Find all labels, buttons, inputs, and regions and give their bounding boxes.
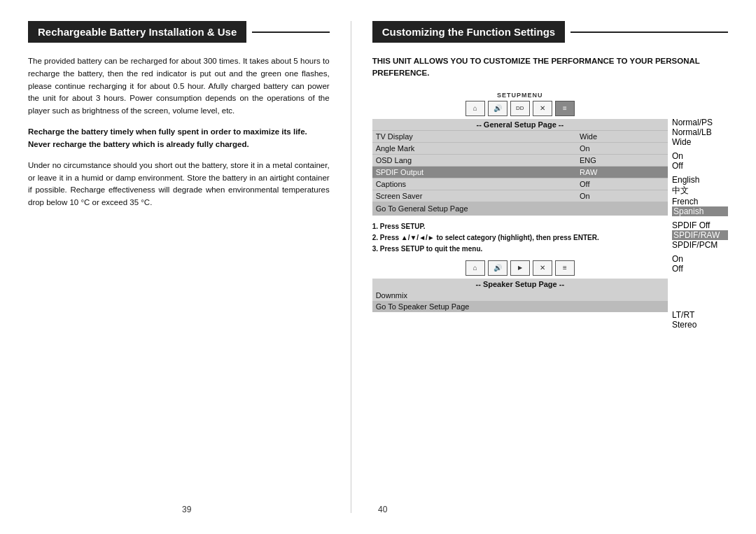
- speaker-setup-header: -- Speaker Setup Page --: [372, 279, 668, 290]
- left-section-title: Rechargeable Battery Installation & Use: [28, 21, 246, 43]
- callout-on-1: On: [672, 151, 728, 161]
- left-para-1: The provided battery can be recharged fo…: [28, 55, 330, 118]
- speaker-setup-table: -- Speaker Setup Page -- Downmix Go To S…: [372, 279, 668, 312]
- center-panels: SETUPMENU ⌂ 🔊 DD ✕ ≡ -- General Setup Pa…: [372, 90, 668, 337]
- left-para-2: Under no circumstance should you short o…: [28, 160, 330, 209]
- step1: 1. Press SETUP.: [372, 221, 668, 232]
- general-setup-table: -- General Setup Page -- TV Display Wide…: [372, 119, 668, 216]
- icon-bottom-video: ▶: [510, 260, 530, 276]
- icon-audio: 🔊: [488, 101, 507, 116]
- top-icon-row: ⌂ 🔊 DD ✕ ≡: [372, 101, 668, 116]
- icon-bottom-home: ⌂: [465, 260, 485, 276]
- setupmenu-label: SETUPMENU: [497, 92, 543, 99]
- right-callouts: Normal/PS Normal/LB Wide On Off English …: [672, 90, 728, 337]
- callout-spdif-off: SPDIF Off: [672, 220, 728, 230]
- go-to-general-label: Go To General Setup Page: [372, 202, 668, 215]
- icon-bottom-x: ✕: [533, 260, 552, 276]
- step3: 3. Press SETUP to quit the menu.: [372, 244, 668, 255]
- row-tv-display-value: Wide: [576, 130, 668, 142]
- icon-x: ✕: [533, 101, 552, 116]
- icon-settings-selected: ≡: [555, 101, 575, 116]
- callout-ltrt: LT/RT: [672, 310, 728, 320]
- callout-chinese: 中文: [672, 185, 728, 197]
- left-bold-1: Recharge the battery timely when fully s…: [28, 126, 330, 139]
- callout-spdif-raw: SPDIF/RAW: [672, 230, 728, 240]
- row-angle-mark: Angle Mark On: [372, 142, 668, 154]
- icon-home: ⌂: [465, 101, 485, 116]
- left-title-line: [252, 31, 329, 33]
- icon-dolby: DD: [510, 101, 530, 116]
- row-screen-saver: Screen Saver On: [372, 190, 668, 202]
- row-spdif: SPDIF Output RAW: [372, 166, 668, 178]
- row-captions-value: Off: [576, 178, 668, 190]
- left-bold-text-1: Recharge the battery timely when fully s…: [28, 127, 307, 136]
- callout-spdif-pcm: SPDIF/PCM: [672, 240, 728, 250]
- callout-on-off-1: On Off: [672, 151, 728, 171]
- page-number-right: 40: [378, 505, 387, 514]
- go-to-speaker: Go To Speaker Setup Page: [372, 301, 668, 312]
- row-spdif-label: SPDIF Output: [372, 166, 576, 178]
- left-bold-text-2: Never recharge the battery which is alre…: [28, 140, 249, 148]
- go-to-general: Go To General Setup Page: [372, 202, 668, 215]
- callout-spdif: SPDIF Off SPDIF/RAW SPDIF/PCM: [672, 220, 728, 250]
- intro-text: THIS UNIT ALLOWS YOU TO CUSTOMIZE THE PE…: [372, 55, 728, 80]
- dvd-interface-area: SETUPMENU ⌂ 🔊 DD ✕ ≡ -- General Setup Pa…: [372, 90, 728, 337]
- row-downmix: Downmix: [372, 290, 668, 301]
- callout-normal-lb: Normal/LB: [672, 127, 728, 137]
- row-captions-label: Captions: [372, 178, 576, 190]
- callout-off-1: Off: [672, 161, 728, 171]
- row-screen-saver-label: Screen Saver: [372, 190, 576, 202]
- callout-tv-display: Normal/PS Normal/LB Wide: [672, 118, 728, 147]
- row-angle-mark-label: Angle Mark: [372, 142, 576, 154]
- right-title-wrapper: Customizing the Function Settings: [372, 21, 728, 43]
- row-downmix-value: [622, 290, 668, 301]
- right-column: Customizing the Function Settings THIS U…: [351, 21, 728, 513]
- step2: 2. Press ▲/▼/◄/► to select category (hig…: [372, 232, 668, 244]
- callout-osd-lang: English 中文 French Spanish: [672, 175, 728, 216]
- setupmenu-label-wrap: SETUPMENU: [372, 90, 668, 99]
- instructions: 1. Press SETUP. 2. Press ▲/▼/◄/► to sele…: [372, 221, 668, 255]
- go-to-speaker-label: Go To Speaker Setup Page: [372, 301, 668, 312]
- row-spdif-value: RAW: [576, 166, 668, 178]
- callout-on-off-2: On Off: [672, 254, 728, 274]
- row-tv-display: TV Display Wide: [372, 130, 668, 142]
- callout-normal-ps: Normal/PS: [672, 118, 728, 127]
- right-section-title: Customizing the Function Settings: [372, 21, 566, 43]
- callout-french: French: [672, 197, 728, 206]
- icon-bottom-audio: 🔊: [488, 260, 507, 276]
- left-bold-2: Never recharge the battery which is alre…: [28, 139, 330, 151]
- row-screen-saver-value: On: [576, 190, 668, 202]
- left-column: Rechargeable Battery Installation & Use …: [28, 21, 351, 513]
- row-tv-display-label: TV Display: [372, 130, 576, 142]
- general-setup-header: -- General Setup Page --: [372, 119, 668, 131]
- row-osd-lang-label: OSD Lang: [372, 154, 576, 166]
- row-downmix-label: Downmix: [372, 290, 623, 301]
- callout-off-2: Off: [672, 264, 728, 274]
- page-number-left: 39: [182, 505, 191, 514]
- callout-spanish: Spanish: [672, 206, 728, 216]
- row-osd-lang: OSD Lang ENG: [372, 154, 668, 166]
- right-title-line: [570, 31, 728, 33]
- callout-stereo: Stereo: [672, 320, 728, 330]
- bottom-icon-row: ⌂ 🔊 ▶ ✕ ≡: [372, 260, 668, 276]
- icon-bottom-settings: ≡: [555, 260, 575, 276]
- callout-wide: Wide: [672, 137, 728, 147]
- row-osd-lang-value: ENG: [576, 154, 668, 166]
- row-captions: Captions Off: [372, 178, 668, 190]
- callout-on-2: On: [672, 254, 728, 264]
- speaker-section: ⌂ 🔊 ▶ ✕ ≡ -- Speaker Setup Page --: [372, 260, 668, 312]
- left-title-wrapper: Rechargeable Battery Installation & Use: [28, 21, 330, 43]
- callout-downmix: LT/RT Stereo: [672, 310, 728, 330]
- callout-english: English: [672, 175, 728, 185]
- row-angle-mark-value: On: [576, 142, 668, 154]
